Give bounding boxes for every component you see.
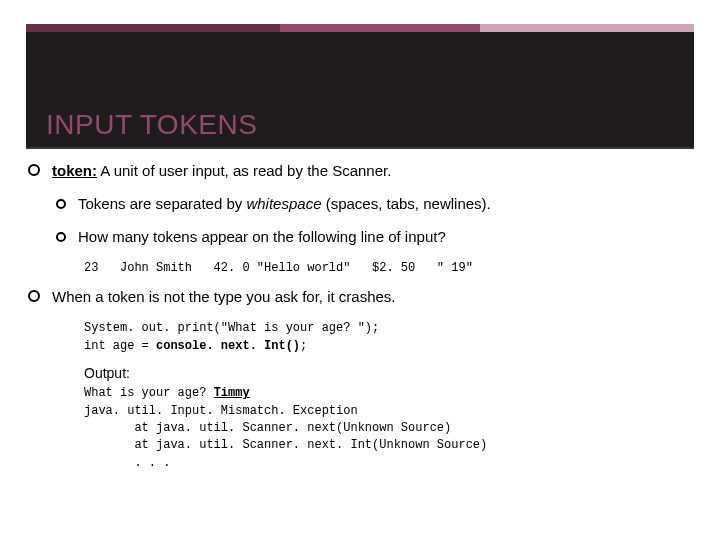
- bullet-2-b: (spaces, tabs, newlines).: [321, 195, 490, 212]
- code-line-2: int age = console. next. Int();: [84, 339, 307, 353]
- bullet-3-text: How many tokens appear on the following …: [78, 228, 446, 247]
- bullet-icon: [28, 290, 40, 302]
- bullet-3: How many tokens appear on the following …: [56, 228, 694, 247]
- accent-seg-1: [26, 24, 280, 32]
- content-area: token: A unit of user input, as read by …: [28, 162, 694, 482]
- bullet-icon: [28, 164, 40, 176]
- bullet-4: When a token is not the type you ask for…: [28, 288, 694, 307]
- bullet-1: token: A unit of user input, as read by …: [28, 162, 694, 181]
- term-token: token:: [52, 162, 97, 179]
- slide-title: INPUT TOKENS: [46, 109, 257, 141]
- slide: INPUT TOKENS token: A unit of user input…: [0, 0, 720, 540]
- bullet-1-text: token: A unit of user input, as read by …: [52, 162, 391, 181]
- output-block: What is your age? Timmy java. util. Inpu…: [84, 385, 694, 472]
- code-line-1: System. out. print("What is your age? ")…: [84, 321, 379, 335]
- output-user-input: Timmy: [214, 386, 250, 400]
- bullet-icon: [56, 232, 66, 242]
- title-block: INPUT TOKENS: [26, 32, 694, 147]
- bullet-2: Tokens are separated by whitespace (spac…: [56, 195, 694, 214]
- bullet-icon: [56, 199, 66, 209]
- accent-seg-3: [480, 24, 694, 32]
- title-divider: [26, 147, 694, 149]
- accent-bar: [26, 24, 694, 32]
- bullet-2-ital: whitespace: [246, 195, 321, 212]
- bullet-2-text: Tokens are separated by whitespace (spac…: [78, 195, 491, 214]
- output-prompt: What is your age?: [84, 386, 214, 400]
- output-label: Output:: [84, 365, 694, 381]
- output-stacktrace: java. util. Input. Mismatch. Exception a…: [84, 404, 487, 470]
- bullet-4-text: When a token is not the type you ask for…: [52, 288, 396, 307]
- code-tokens-example: 23 John Smith 42. 0 "Hello world" $2. 50…: [84, 260, 694, 277]
- accent-seg-2: [280, 24, 480, 32]
- code-java: System. out. print("What is your age? ")…: [84, 320, 694, 355]
- bullet-1-rest: A unit of user input, as read by the Sca…: [97, 162, 391, 179]
- bullet-2-a: Tokens are separated by: [78, 195, 246, 212]
